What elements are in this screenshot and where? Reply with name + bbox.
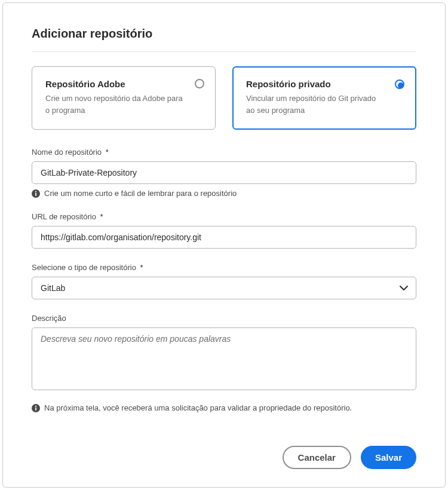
- required-mark: *: [106, 148, 109, 157]
- dialog-actions: Cancelar Salvar: [32, 422, 416, 469]
- repo-type-selection: Repositório Adobe Crie um novo repositór…: [32, 66, 416, 130]
- svg-point-2: [35, 191, 36, 192]
- repo-type-private-desc: Vincular um repositório do Git privado a…: [246, 93, 403, 116]
- repo-type-private-card[interactable]: Repositório privado Vincular um repositó…: [232, 66, 416, 130]
- repo-type-adobe-desc: Crie um novo repositório da Adobe para o…: [45, 93, 202, 116]
- info-icon: [32, 404, 40, 412]
- description-field-group: Descrição: [32, 314, 416, 393]
- repo-type-private-title: Repositório privado: [246, 79, 403, 89]
- description-textarea[interactable]: [32, 327, 416, 390]
- repo-type-select[interactable]: GitLab: [32, 277, 416, 299]
- repo-name-field-group: Nome do repositório * Crie um nome curto…: [32, 148, 416, 198]
- required-mark: *: [100, 212, 103, 221]
- bottom-hint: Na próxima tela, você receberá uma solic…: [32, 403, 416, 412]
- svg-point-5: [35, 405, 36, 406]
- svg-rect-1: [35, 192, 36, 195]
- repo-url-label: URL de repositório *: [32, 212, 416, 221]
- cancel-button[interactable]: Cancelar: [283, 446, 351, 469]
- description-label: Descrição: [32, 314, 416, 323]
- repo-url-input[interactable]: [32, 226, 416, 249]
- repo-url-field-group: URL de repositório *: [32, 212, 416, 249]
- repo-type-field-group: Selecione o tipo de repositório * GitLab: [32, 263, 416, 299]
- svg-rect-4: [35, 407, 36, 410]
- add-repository-dialog: Adicionar repositório Repositório Adobe …: [2, 2, 446, 488]
- divider: [32, 51, 416, 52]
- radio-unchecked-icon: [195, 79, 204, 88]
- repo-type-adobe-title: Repositório Adobe: [45, 79, 202, 89]
- required-mark: *: [140, 263, 143, 272]
- repo-name-input[interactable]: [32, 161, 416, 184]
- repo-type-adobe-card[interactable]: Repositório Adobe Crie um novo repositór…: [32, 66, 216, 130]
- repo-name-label: Nome do repositório *: [32, 148, 416, 157]
- save-button[interactable]: Salvar: [361, 446, 416, 469]
- repo-type-label: Selecione o tipo de repositório *: [32, 263, 416, 272]
- info-icon: [32, 189, 40, 198]
- repo-name-hint: Crie um nome curto e fácil de lembrar pa…: [32, 189, 416, 198]
- dialog-title: Adicionar repositório: [32, 27, 416, 41]
- radio-checked-icon: [395, 79, 404, 89]
